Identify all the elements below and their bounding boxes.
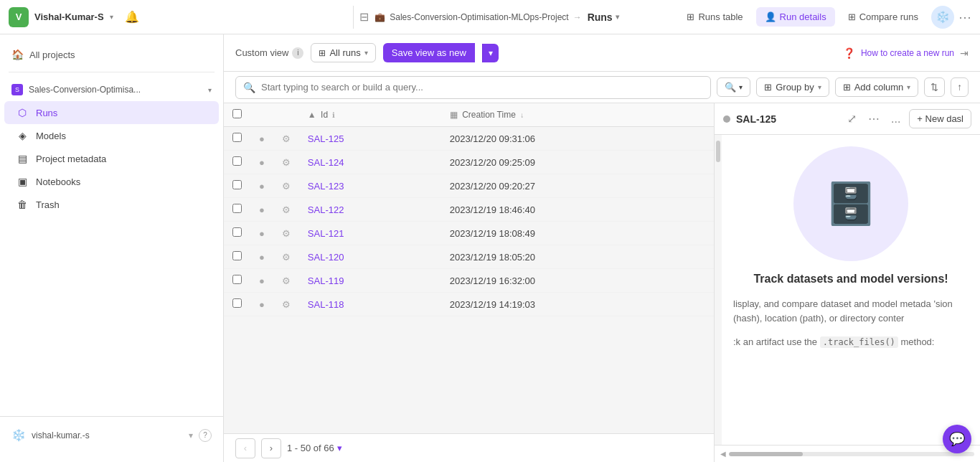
panel-expand-icon[interactable]: ⤢ <box>844 109 859 128</box>
run-link[interactable]: SAL-124 <box>308 157 344 168</box>
compare-runs-btn[interactable]: ⊞ Compare runs <box>839 7 927 27</box>
sidebar-item-models[interactable]: ◈ Models <box>4 124 219 147</box>
bell-icon[interactable]: 🔔 <box>125 10 139 24</box>
th-creation-time[interactable]: ▦ Creation Time ↓ <box>441 103 714 127</box>
row-id-7[interactable]: SAL-118 <box>299 293 441 316</box>
row-checkbox[interactable] <box>232 204 242 213</box>
search-bar: 🔍 🔍 ▾ ⊞ Group by ▾ ⊞ Add column ▾ <box>224 72 980 103</box>
run-link[interactable]: SAL-123 <box>308 181 344 192</box>
sidebar-item-trash[interactable]: 🗑 Trash <box>4 193 219 216</box>
main-layout: 🏠 All projects S Sales-Conversion-Optimi… <box>0 34 980 462</box>
bottom-scroll-track[interactable] <box>729 452 974 456</box>
row-time-4: 2023/12/19 18:08:49 <box>441 222 714 245</box>
sidebar-item-project-metadata[interactable]: ▤ Project metadata <box>4 147 219 170</box>
row-checkbox-4[interactable] <box>224 222 250 245</box>
run-link[interactable]: SAL-122 <box>308 204 344 215</box>
row-checkbox[interactable] <box>232 156 242 166</box>
id-info-icon[interactable]: ℹ <box>332 111 335 119</box>
breadcrumb-project[interactable]: Sales-Conversion-Optimisation-MLOps-Proj… <box>390 12 568 22</box>
pagination-dropdown-icon[interactable]: ▾ <box>337 443 342 453</box>
sidebar-item-notebooks[interactable]: ▣ Notebooks <box>4 170 219 193</box>
th-checkbox[interactable] <box>224 103 250 127</box>
filter-icon: ⊞ <box>319 48 326 58</box>
add-column-button[interactable]: ⊞ Add column ▾ <box>835 77 919 97</box>
sidebar-chevron-icon[interactable]: ▾ <box>189 430 193 440</box>
run-details-btn[interactable]: 👤 Run details <box>756 7 835 27</box>
row-checkbox-2[interactable] <box>224 174 250 198</box>
search-action-btn[interactable]: 🔍 ▾ <box>717 77 750 97</box>
more-options-icon[interactable]: ⋯ <box>958 9 971 25</box>
right-panel-scrollbar[interactable] <box>715 135 722 445</box>
run-icon: ⚙ <box>282 181 291 192</box>
select-all-checkbox[interactable] <box>232 109 242 118</box>
row-checkbox[interactable] <box>232 298 242 308</box>
row-checkbox-3[interactable] <box>224 198 250 222</box>
metadata-icon: ▤ <box>16 153 29 164</box>
left-arrow-icon[interactable]: ◀ <box>720 450 726 458</box>
th-id[interactable]: ▲ Id ℹ <box>299 103 441 127</box>
row-id-4[interactable]: SAL-121 <box>299 222 441 245</box>
custom-view-info-icon[interactable]: i <box>292 47 303 59</box>
row-id-6[interactable]: SAL-119 <box>299 269 441 293</box>
snowflake-icon[interactable]: ❄️ <box>931 6 954 29</box>
row-checkbox-5[interactable] <box>224 245 250 269</box>
notebooks-icon: ▣ <box>16 176 29 187</box>
row-id-3[interactable]: SAL-122 <box>299 198 441 222</box>
save-view-button[interactable]: Save view as new <box>383 43 475 62</box>
run-link[interactable]: SAL-118 <box>308 299 344 310</box>
panel-visual-icon: 🗄️ <box>826 180 876 227</box>
th-pin <box>250 103 273 127</box>
all-projects-label[interactable]: 🏠 All projects <box>0 43 223 66</box>
row-checkbox[interactable] <box>232 227 242 237</box>
user-chevron-icon[interactable]: ▾ <box>110 13 113 21</box>
row-checkbox[interactable] <box>232 275 242 284</box>
save-view-dropdown-button[interactable]: ▾ <box>482 44 499 62</box>
help-icon[interactable]: ? <box>199 429 212 442</box>
panel-ellipsis-icon[interactable]: ⋯ <box>865 109 882 128</box>
panel-code-note: :k an artifact use the .track_files() me… <box>733 336 969 347</box>
row-id-5[interactable]: SAL-120 <box>299 245 441 269</box>
search-input[interactable] <box>261 82 703 93</box>
run-link[interactable]: SAL-121 <box>308 228 344 239</box>
run-link[interactable]: SAL-119 <box>308 275 344 286</box>
row-checkbox[interactable] <box>232 180 242 189</box>
row-checkbox-0[interactable] <box>224 127 250 151</box>
sidebar-toggle-icon[interactable]: ⊟ <box>359 10 369 24</box>
next-page-button[interactable]: › <box>261 438 281 458</box>
toolbar-expand-icon[interactable]: ⇥ <box>960 47 969 59</box>
toolbar-help-icon[interactable]: ❓ <box>843 47 855 59</box>
row-id-0[interactable]: SAL-125 <box>299 127 441 151</box>
runs-dropdown[interactable]: Runs ▾ <box>588 11 619 23</box>
prev-page-button[interactable]: ‹ <box>235 438 255 458</box>
row-id-1[interactable]: SAL-124 <box>299 151 441 174</box>
run-details-icon: 👤 <box>765 11 776 22</box>
group-by-button[interactable]: ⊞ Group by ▾ <box>756 77 829 97</box>
run-link[interactable]: SAL-125 <box>308 133 344 144</box>
run-link[interactable]: SAL-120 <box>308 252 344 263</box>
row-checkbox-7[interactable] <box>224 293 250 316</box>
chat-button[interactable]: 💬 <box>943 425 971 453</box>
table-container: ▲ Id ℹ ▦ Creation Time ↓ <box>224 103 714 433</box>
run-icon: ⚙ <box>282 252 291 263</box>
sort-button[interactable]: ⇅ <box>924 77 945 97</box>
table-row: ● ⚙ SAL-122 2023/12/19 18:46:40 <box>224 198 714 222</box>
row-checkbox[interactable] <box>232 251 242 260</box>
row-checkbox-6[interactable] <box>224 269 250 293</box>
app-logo: V <box>9 7 29 27</box>
row-checkbox-1[interactable] <box>224 151 250 174</box>
panel-more-icon[interactable]: ... <box>888 110 903 128</box>
row-checkbox[interactable] <box>232 133 242 142</box>
row-status-3: ⚙ <box>273 198 299 222</box>
sidebar-project-chevron-icon[interactable]: ▾ <box>208 86 212 94</box>
all-runs-button[interactable]: ⊞ All runs ▾ <box>311 43 375 62</box>
how-to-link[interactable]: How to create a new run <box>861 48 954 58</box>
dot-icon: ● <box>259 181 265 192</box>
runs-table-btn[interactable]: ⊞ Runs table <box>678 7 751 27</box>
sidebar-item-runs[interactable]: ⬡ Runs <box>4 101 219 124</box>
row-time-5: 2023/12/19 18:05:20 <box>441 245 714 269</box>
new-dash-button[interactable]: + New dasl <box>909 109 971 128</box>
export-button[interactable]: ↑ <box>951 77 969 97</box>
all-runs-chevron-icon: ▾ <box>364 49 368 57</box>
sidebar-user-area: ❄️ vishal-kumar.-s ▾ ? <box>0 423 223 448</box>
row-id-2[interactable]: SAL-123 <box>299 174 441 198</box>
